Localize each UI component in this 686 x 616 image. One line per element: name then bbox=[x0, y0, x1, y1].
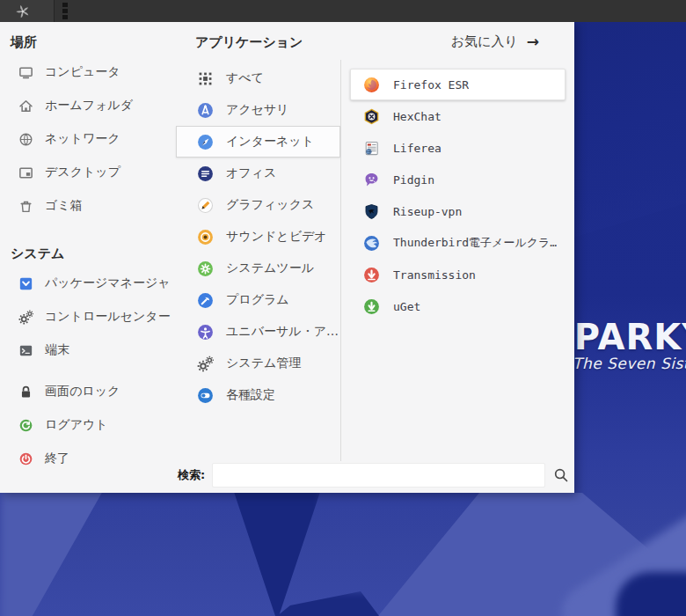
place-item[interactable]: ネットワーク bbox=[9, 122, 172, 156]
favorites-list: Firefox ESRHexChatLifereaPidginRiseup-vp… bbox=[350, 69, 566, 322]
category-item-label: システムツール bbox=[226, 260, 314, 276]
sparky-logo-icon bbox=[0, 3, 32, 20]
column-divider bbox=[340, 60, 341, 461]
system-item-label: 画面のロック bbox=[45, 384, 120, 400]
application-menu-panel: 場所 コンピュータホームフォルダネットワークデスクトップゴミ箱 システム パッケ… bbox=[0, 22, 574, 493]
categories-column: アプリケーション すべてアクセサリインターネットオフィスグラフィックスサウンドと… bbox=[176, 33, 340, 411]
favorite-item[interactable]: Transmission bbox=[350, 259, 566, 290]
category-item[interactable]: システム管理 bbox=[176, 348, 340, 379]
category-item-label: オフィス bbox=[226, 165, 276, 181]
system-item-label: パッケージマネージャ bbox=[45, 275, 171, 291]
magnifier-icon[interactable] bbox=[552, 466, 570, 484]
favorites-column: お気に入り → Firefox ESRHexChatLifereaPidginR… bbox=[350, 33, 566, 322]
control-center-icon bbox=[18, 309, 34, 326]
favorite-item[interactable]: Firefox ESR bbox=[350, 69, 566, 100]
category-item-label: インターネット bbox=[226, 134, 314, 150]
places-header: 場所 bbox=[9, 33, 172, 52]
system-item[interactable]: パッケージマネージャ bbox=[9, 267, 172, 300]
favorite-item-label: Thunderbird電子メールクラ… bbox=[393, 235, 557, 251]
top-panel bbox=[0, 0, 686, 22]
places-list: コンピュータホームフォルダネットワークデスクトップゴミ箱 bbox=[9, 55, 172, 223]
system-item[interactable]: コントロールセンター bbox=[9, 300, 172, 334]
category-item-label: グラフィックス bbox=[226, 197, 314, 213]
search-bar: 検索: bbox=[178, 463, 570, 488]
hexchat-icon bbox=[362, 107, 381, 126]
category-item[interactable]: プログラム bbox=[176, 284, 340, 316]
favorite-item-label: HexChat bbox=[393, 110, 442, 123]
place-item-label: コンピュータ bbox=[45, 64, 120, 80]
wallpaper-tagline-text: The Seven Sisters bbox=[573, 355, 686, 372]
category-item[interactable]: グラフィックス bbox=[176, 189, 340, 221]
search-input[interactable] bbox=[212, 463, 545, 488]
home-icon bbox=[18, 98, 34, 114]
sound-video-icon bbox=[196, 228, 215, 246]
category-item-label: プログラム bbox=[226, 292, 289, 308]
category-item[interactable]: システムツール bbox=[176, 253, 340, 284]
favorite-item[interactable]: Thunderbird電子メールクラ… bbox=[350, 227, 566, 259]
favorite-item-label: Liferea bbox=[393, 142, 442, 155]
favorite-item[interactable]: Pidgin bbox=[350, 164, 566, 195]
network-icon bbox=[18, 131, 34, 148]
favorite-item[interactable]: uGet bbox=[350, 290, 566, 322]
favorite-item-label: uGet bbox=[393, 300, 420, 313]
system-item-label: コントロールセンター bbox=[45, 309, 171, 325]
favorite-item[interactable]: Liferea bbox=[350, 132, 566, 164]
wallpaper-shape bbox=[0, 486, 167, 616]
system-item[interactable]: ログアウト bbox=[9, 408, 172, 442]
office-icon bbox=[196, 165, 215, 183]
search-label: 検索: bbox=[178, 467, 205, 483]
place-item[interactable]: コンピュータ bbox=[9, 55, 172, 89]
category-item[interactable]: ユニバーサル・ア… bbox=[176, 316, 340, 348]
terminal-icon bbox=[18, 342, 34, 359]
category-item-label: サウンドとビデオ bbox=[226, 229, 327, 245]
system-item[interactable]: 画面のロック bbox=[9, 375, 172, 408]
favorite-item-label: Riseup-vpn bbox=[393, 205, 462, 218]
place-item[interactable]: デスクトップ bbox=[9, 156, 172, 189]
arrow-right-icon: → bbox=[527, 33, 539, 50]
accessories-icon bbox=[196, 101, 215, 120]
place-item[interactable]: ホームフォルダ bbox=[9, 89, 172, 122]
place-item-label: ホームフォルダ bbox=[45, 98, 133, 114]
category-item[interactable]: 各種設定 bbox=[176, 379, 340, 411]
system-item-label: ログアウト bbox=[45, 417, 108, 433]
category-item[interactable]: すべて bbox=[176, 62, 340, 94]
vertical-dots-icon[interactable] bbox=[62, 0, 68, 22]
system-tools-icon bbox=[196, 260, 215, 278]
lock-screen-icon bbox=[18, 384, 34, 400]
package-manager-icon bbox=[18, 275, 34, 292]
wallpaper-shape bbox=[224, 489, 321, 616]
system-list: パッケージマネージャコントロールセンター端末画面のロックログアウト終了 bbox=[9, 267, 172, 475]
favorite-item[interactable]: Riseup-vpn bbox=[350, 195, 566, 227]
transmission-icon bbox=[362, 266, 381, 284]
favorites-header-link[interactable]: お気に入り → bbox=[350, 33, 566, 50]
system-header: システム bbox=[9, 244, 172, 263]
system-item[interactable]: 端末 bbox=[9, 334, 172, 367]
category-item-label: ユニバーサル・ア… bbox=[226, 324, 339, 340]
system-item[interactable]: 終了 bbox=[9, 442, 172, 475]
place-item[interactable]: ゴミ箱 bbox=[9, 189, 172, 223]
category-item[interactable]: アクセサリ bbox=[176, 94, 340, 126]
place-item-label: デスクトップ bbox=[45, 165, 120, 180]
uget-icon bbox=[362, 297, 381, 316]
riseup-vpn-icon bbox=[362, 202, 381, 221]
categories-list: すべてアクセサリインターネットオフィスグラフィックスサウンドとビデオシステムツー… bbox=[176, 62, 340, 411]
computer-icon bbox=[18, 64, 34, 81]
graphics-icon bbox=[196, 196, 215, 215]
favorite-item-label: Firefox ESR bbox=[393, 78, 469, 92]
firefox-icon bbox=[362, 76, 381, 94]
applications-header: アプリケーション bbox=[176, 33, 340, 52]
logout-icon bbox=[18, 417, 34, 434]
pidgin-icon bbox=[362, 171, 381, 189]
favorite-item[interactable]: HexChat bbox=[350, 100, 566, 132]
system-admin-icon bbox=[196, 355, 215, 373]
category-item[interactable]: インターネット bbox=[176, 126, 340, 158]
applications-menu-button[interactable] bbox=[0, 0, 55, 22]
category-item[interactable]: オフィス bbox=[176, 158, 340, 189]
all-apps-icon bbox=[196, 70, 215, 88]
category-item[interactable]: サウンドとビデオ bbox=[176, 221, 340, 253]
system-item-label: 端末 bbox=[45, 342, 69, 358]
place-item-label: ゴミ箱 bbox=[45, 198, 83, 214]
universal-access-icon bbox=[196, 323, 215, 341]
favorite-item-label: Transmission bbox=[393, 268, 476, 282]
places-column: 場所 コンピュータホームフォルダネットワークデスクトップゴミ箱 システム パッケ… bbox=[9, 33, 172, 475]
